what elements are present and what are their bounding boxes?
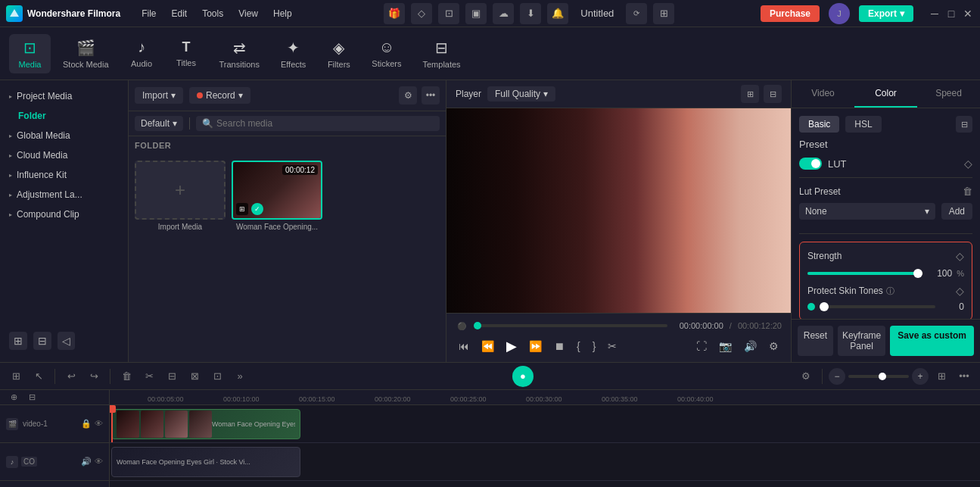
timeline-playhead-marker[interactable]: ● — [512, 366, 534, 387]
more-btn[interactable]: » — [230, 367, 250, 386]
record-button[interactable]: Record ▾ — [189, 87, 250, 104]
toolbar-stickers[interactable]: ☺ Stickers — [362, 34, 410, 73]
timeline-settings-btn[interactable]: ⚙ — [796, 367, 816, 386]
download-icon[interactable]: ⬇ — [520, 3, 541, 24]
strength-diamond-icon[interactable]: ◇ — [956, 250, 964, 262]
audio-clip[interactable]: Woman Face Opening Eyes Girl · Stock Vi.… — [111, 447, 300, 477]
mark-out-button[interactable]: } — [590, 339, 599, 354]
minimize-button[interactable]: ─ — [929, 8, 941, 20]
timeline-more-btn[interactable]: ••• — [954, 367, 974, 386]
ungroup-btn[interactable]: ⊡ — [207, 367, 227, 386]
monitor-icon[interactable]: ▣ — [465, 3, 487, 24]
sidebar-item-compound-clip[interactable]: ▸ Compound Clip — [0, 204, 128, 224]
strength-slider-thumb[interactable] — [913, 269, 922, 278]
screen-record-icon[interactable]: ⊡ — [438, 3, 459, 24]
notification-icon[interactable]: 🔔 — [547, 3, 568, 24]
add-lut-button[interactable]: Add — [941, 203, 972, 220]
undo-button[interactable]: ↩ — [61, 367, 81, 386]
zoom-out-button[interactable]: − — [829, 368, 845, 385]
protect-info-icon[interactable]: ⓘ — [886, 286, 894, 297]
close-button[interactable]: ✕ — [962, 8, 974, 20]
playhead[interactable] — [111, 405, 113, 442]
toolbar-templates[interactable]: ⊟ Templates — [413, 34, 469, 73]
menu-file[interactable]: File — [135, 5, 162, 22]
import-button[interactable]: Import ▾ — [135, 87, 183, 104]
sidebar-item-global-media[interactable]: ▸ Global Media — [0, 126, 128, 145]
delete-button[interactable]: 🗑 — [117, 367, 136, 386]
toolbar-stock-media[interactable]: 🎬 Stock Media — [54, 34, 118, 73]
zoom-thumb[interactable] — [879, 373, 886, 380]
trash-icon[interactable]: 🗑 — [963, 186, 972, 197]
cut-button[interactable]: ✂ — [139, 367, 159, 386]
timeline-layout-btn[interactable]: ⊞ — [932, 367, 951, 386]
time-scrubber[interactable] — [474, 324, 667, 327]
basic-mode-button[interactable]: Basic — [799, 116, 839, 133]
grid-view-icon[interactable]: ⊞ — [741, 85, 759, 103]
frame-forward-button[interactable]: ⏩ — [526, 339, 545, 354]
sidebar-collapse-btn[interactable]: ◁ — [58, 332, 75, 350]
volume-button[interactable]: 🔊 — [741, 339, 760, 354]
search-input[interactable] — [216, 118, 434, 129]
auto-save-icon[interactable]: ⟳ — [626, 3, 647, 24]
tab-speed[interactable]: Speed — [917, 80, 980, 108]
play-button[interactable]: ▶ — [503, 336, 520, 356]
save-custom-button[interactable]: Save as custom — [890, 326, 974, 356]
split-button[interactable]: ⊟ — [162, 367, 182, 386]
audio-mute-icon[interactable]: 🔊 — [81, 457, 92, 467]
menu-tools[interactable]: Tools — [196, 5, 229, 22]
toolbar-transitions[interactable]: ⇄ Transitions — [210, 34, 269, 73]
lut-none-select[interactable]: None ▾ — [799, 203, 935, 220]
tab-color[interactable]: Color — [854, 80, 917, 108]
apps-grid-icon[interactable]: ⊞ — [653, 3, 674, 24]
sidebar-item-folder[interactable]: Folder — [0, 106, 128, 126]
frame-back-button[interactable]: ⏪ — [478, 339, 497, 354]
hsl-mode-button[interactable]: HSL — [845, 116, 881, 133]
zoom-slider[interactable] — [848, 375, 909, 378]
video-thumb[interactable]: 00:00:12 ⊞ ✓ — [232, 161, 322, 220]
redo-button[interactable]: ↪ — [84, 367, 104, 386]
export-button[interactable]: Export ▾ — [859, 5, 913, 22]
zoom-in-button[interactable]: + — [912, 368, 929, 385]
fullscreen-button[interactable]: ⛶ — [693, 339, 710, 354]
timeline-snap-btn[interactable]: ⊞ — [6, 367, 26, 386]
lut-toggle[interactable] — [799, 158, 822, 170]
user-avatar[interactable]: J — [829, 3, 850, 24]
sidebar-item-cloud-media[interactable]: ▸ Cloud Media — [0, 145, 128, 165]
toolbar-filters[interactable]: ◈ Filters — [318, 34, 359, 73]
diamond-icon[interactable]: ◇ — [411, 3, 432, 24]
keyframe-panel-button[interactable]: Keyframe Panel — [838, 326, 885, 356]
color-expand-icon[interactable]: ⊟ — [956, 116, 972, 133]
sidebar-folder-btn[interactable]: ⊟ — [33, 332, 51, 350]
menu-edit[interactable]: Edit — [165, 5, 193, 22]
more-options-icon[interactable]: ••• — [422, 86, 440, 105]
reset-button[interactable]: Reset — [798, 326, 833, 356]
mark-in-button[interactable]: { — [574, 339, 583, 354]
menu-help[interactable]: Help — [267, 5, 298, 22]
media-import-item[interactable]: + Import Media — [135, 161, 226, 231]
screenshot-button[interactable]: 📷 — [716, 339, 735, 354]
protect-slider[interactable] — [820, 305, 935, 308]
toolbar-audio[interactable]: ♪ Audio — [121, 34, 163, 73]
menu-view[interactable]: View — [232, 5, 264, 22]
video-track-eye-icon[interactable]: 👁 — [95, 419, 103, 429]
scrubber-start-icon[interactable]: ⚫ — [456, 320, 468, 332]
sidebar-item-influence-kit[interactable]: ▸ Influence Kit — [0, 165, 128, 185]
timeline-select-btn[interactable]: ↖ — [29, 367, 48, 386]
gift-icon[interactable]: 🎁 — [384, 3, 405, 24]
sidebar-add-track-btn[interactable]: ⊞ — [9, 332, 27, 350]
filter-icon[interactable]: ⚙ — [399, 86, 417, 105]
photo-view-icon[interactable]: ⊟ — [764, 85, 782, 103]
sidebar-item-project-media[interactable]: ▸ Project Media — [0, 86, 128, 106]
lut-diamond-icon[interactable]: ◇ — [964, 158, 972, 170]
add-track-btn[interactable]: ⊕ — [6, 392, 21, 404]
clip-button[interactable]: ✂ — [605, 339, 620, 354]
maximize-button[interactable]: □ — [945, 8, 957, 20]
purchase-button[interactable]: Purchase — [761, 5, 820, 22]
protect-slider-thumb[interactable] — [820, 302, 829, 311]
import-placeholder-thumb[interactable]: + — [135, 161, 226, 220]
settings-button[interactable]: ⚙ — [766, 339, 782, 354]
default-select[interactable]: Default ▾ — [135, 116, 183, 131]
toolbar-media[interactable]: ⊡ Media — [9, 34, 51, 73]
audio-eye-icon[interactable]: 👁 — [95, 457, 103, 467]
protect-diamond-icon[interactable]: ◇ — [956, 285, 964, 297]
